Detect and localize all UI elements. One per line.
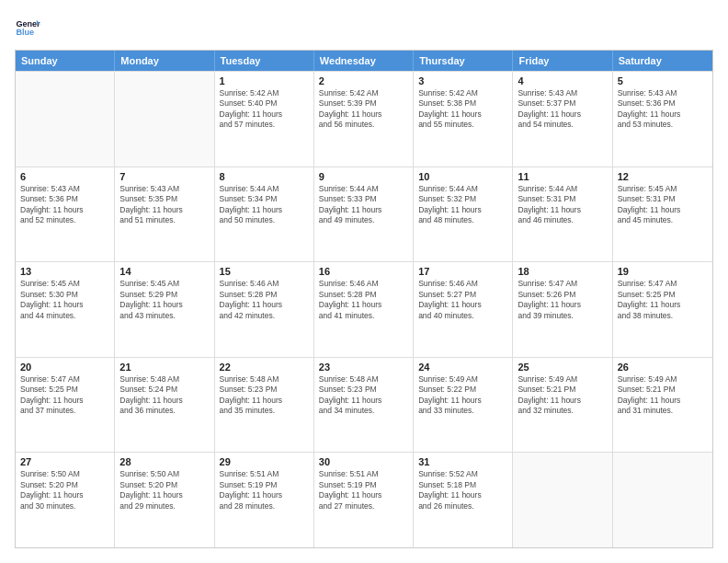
day-info: Sunrise: 5:45 AM Sunset: 5:30 PM Dayligh… (20, 279, 109, 321)
day-info: Sunrise: 5:47 AM Sunset: 5:25 PM Dayligh… (20, 374, 109, 417)
calendar-cell: 18Sunrise: 5:47 AM Sunset: 5:26 PM Dayli… (513, 262, 612, 357)
day-info: Sunrise: 5:52 AM Sunset: 5:18 PM Dayligh… (418, 469, 507, 511)
day-number: 16 (319, 266, 408, 277)
calendar-cell: 26Sunrise: 5:49 AM Sunset: 5:21 PM Dayli… (613, 358, 712, 453)
calendar-week-5: 27Sunrise: 5:50 AM Sunset: 5:20 PM Dayli… (16, 452, 712, 547)
calendar-cell: 4Sunrise: 5:43 AM Sunset: 5:37 PM Daylig… (513, 72, 612, 167)
day-number: 20 (20, 362, 109, 373)
calendar-cell: 23Sunrise: 5:48 AM Sunset: 5:23 PM Dayli… (314, 358, 414, 453)
header-day-tuesday: Tuesday (215, 51, 314, 71)
calendar-cell: 11Sunrise: 5:44 AM Sunset: 5:31 PM Dayli… (513, 167, 612, 262)
day-number: 9 (319, 171, 408, 182)
day-number: 19 (618, 266, 708, 277)
calendar-cell: 22Sunrise: 5:48 AM Sunset: 5:23 PM Dayli… (215, 358, 314, 453)
day-number: 6 (20, 171, 109, 182)
day-number: 23 (319, 362, 408, 373)
day-number: 2 (319, 75, 408, 86)
day-number: 25 (518, 362, 607, 373)
calendar-cell: 9Sunrise: 5:44 AM Sunset: 5:33 PM Daylig… (314, 167, 414, 262)
day-number: 5 (618, 75, 708, 86)
day-info: Sunrise: 5:44 AM Sunset: 5:34 PM Dayligh… (220, 184, 309, 226)
day-number: 18 (518, 266, 607, 277)
day-number: 15 (220, 266, 309, 277)
day-info: Sunrise: 5:42 AM Sunset: 5:40 PM Dayligh… (220, 88, 309, 131)
calendar-week-4: 20Sunrise: 5:47 AM Sunset: 5:25 PM Dayli… (16, 357, 712, 453)
header-day-monday: Monday (115, 51, 214, 71)
day-info: Sunrise: 5:46 AM Sunset: 5:27 PM Dayligh… (418, 279, 507, 321)
day-info: Sunrise: 5:50 AM Sunset: 5:20 PM Dayligh… (20, 469, 109, 511)
day-number: 4 (518, 75, 607, 86)
calendar-cell: 30Sunrise: 5:51 AM Sunset: 5:19 PM Dayli… (314, 453, 414, 547)
day-info: Sunrise: 5:46 AM Sunset: 5:28 PM Dayligh… (220, 279, 309, 321)
calendar-cell: 24Sunrise: 5:49 AM Sunset: 5:22 PM Dayli… (414, 358, 513, 453)
day-number: 3 (418, 75, 507, 86)
calendar-cell: 5Sunrise: 5:43 AM Sunset: 5:36 PM Daylig… (613, 72, 712, 167)
calendar-cell: 10Sunrise: 5:44 AM Sunset: 5:32 PM Dayli… (414, 167, 513, 262)
calendar-cell: 14Sunrise: 5:45 AM Sunset: 5:29 PM Dayli… (115, 262, 214, 357)
day-info: Sunrise: 5:49 AM Sunset: 5:22 PM Dayligh… (418, 374, 507, 417)
day-number: 10 (418, 171, 507, 182)
day-info: Sunrise: 5:49 AM Sunset: 5:21 PM Dayligh… (518, 374, 607, 417)
day-number: 7 (119, 171, 209, 182)
header-day-friday: Friday (513, 51, 612, 71)
calendar-cell: 3Sunrise: 5:42 AM Sunset: 5:38 PM Daylig… (414, 72, 513, 167)
day-info: Sunrise: 5:44 AM Sunset: 5:32 PM Dayligh… (418, 184, 507, 226)
calendar-week-2: 6Sunrise: 5:43 AM Sunset: 5:36 PM Daylig… (16, 167, 712, 262)
calendar-cell (115, 72, 214, 167)
day-info: Sunrise: 5:43 AM Sunset: 5:36 PM Dayligh… (20, 184, 109, 226)
calendar-cell: 19Sunrise: 5:47 AM Sunset: 5:25 PM Dayli… (613, 262, 712, 357)
logo: General Blue (15, 15, 40, 40)
calendar-cell: 13Sunrise: 5:45 AM Sunset: 5:30 PM Dayli… (16, 262, 115, 357)
calendar-cell: 8Sunrise: 5:44 AM Sunset: 5:34 PM Daylig… (215, 167, 314, 262)
day-info: Sunrise: 5:44 AM Sunset: 5:31 PM Dayligh… (518, 184, 607, 226)
day-number: 11 (518, 171, 607, 182)
logo-icon: General Blue (15, 15, 40, 40)
calendar-cell (513, 453, 612, 547)
day-number: 27 (20, 456, 109, 467)
day-info: Sunrise: 5:48 AM Sunset: 5:23 PM Dayligh… (220, 374, 309, 417)
calendar-week-3: 13Sunrise: 5:45 AM Sunset: 5:30 PM Dayli… (16, 261, 712, 357)
day-info: Sunrise: 5:46 AM Sunset: 5:28 PM Dayligh… (319, 279, 408, 321)
calendar: SundayMondayTuesdayWednesdayThursdayFrid… (15, 50, 713, 548)
day-number: 12 (618, 171, 708, 182)
calendar-cell: 15Sunrise: 5:46 AM Sunset: 5:28 PM Dayli… (215, 262, 314, 357)
day-info: Sunrise: 5:45 AM Sunset: 5:29 PM Dayligh… (119, 279, 209, 321)
calendar-cell: 6Sunrise: 5:43 AM Sunset: 5:36 PM Daylig… (16, 167, 115, 262)
day-info: Sunrise: 5:48 AM Sunset: 5:23 PM Dayligh… (319, 374, 408, 417)
svg-text:Blue: Blue (16, 28, 34, 37)
header-day-saturday: Saturday (613, 51, 712, 71)
header-day-thursday: Thursday (414, 51, 513, 71)
day-info: Sunrise: 5:45 AM Sunset: 5:31 PM Dayligh… (618, 184, 708, 226)
day-info: Sunrise: 5:51 AM Sunset: 5:19 PM Dayligh… (220, 469, 309, 511)
calendar-cell: 20Sunrise: 5:47 AM Sunset: 5:25 PM Dayli… (16, 358, 115, 453)
day-number: 17 (418, 266, 507, 277)
day-number: 24 (418, 362, 507, 373)
calendar-cell: 16Sunrise: 5:46 AM Sunset: 5:28 PM Dayli… (314, 262, 414, 357)
calendar-body: 1Sunrise: 5:42 AM Sunset: 5:40 PM Daylig… (16, 71, 712, 547)
calendar-cell: 2Sunrise: 5:42 AM Sunset: 5:39 PM Daylig… (314, 72, 414, 167)
day-info: Sunrise: 5:42 AM Sunset: 5:38 PM Dayligh… (418, 88, 507, 131)
header-day-sunday: Sunday (16, 51, 115, 71)
day-info: Sunrise: 5:43 AM Sunset: 5:36 PM Dayligh… (618, 88, 708, 131)
calendar-cell: 17Sunrise: 5:46 AM Sunset: 5:27 PM Dayli… (414, 262, 513, 357)
calendar-cell: 1Sunrise: 5:42 AM Sunset: 5:40 PM Daylig… (215, 72, 314, 167)
day-number: 30 (319, 456, 408, 467)
day-number: 14 (119, 266, 209, 277)
calendar-week-1: 1Sunrise: 5:42 AM Sunset: 5:40 PM Daylig… (16, 71, 712, 167)
calendar-cell: 25Sunrise: 5:49 AM Sunset: 5:21 PM Dayli… (513, 358, 612, 453)
day-number: 26 (618, 362, 708, 373)
calendar-header: SundayMondayTuesdayWednesdayThursdayFrid… (16, 51, 712, 71)
day-info: Sunrise: 5:42 AM Sunset: 5:39 PM Dayligh… (319, 88, 408, 131)
day-number: 29 (220, 456, 309, 467)
day-info: Sunrise: 5:48 AM Sunset: 5:24 PM Dayligh… (119, 374, 209, 417)
day-info: Sunrise: 5:47 AM Sunset: 5:26 PM Dayligh… (518, 279, 607, 321)
day-info: Sunrise: 5:50 AM Sunset: 5:20 PM Dayligh… (119, 469, 209, 511)
calendar-cell: 31Sunrise: 5:52 AM Sunset: 5:18 PM Dayli… (414, 453, 513, 547)
day-info: Sunrise: 5:44 AM Sunset: 5:33 PM Dayligh… (319, 184, 408, 226)
day-number: 28 (119, 456, 209, 467)
calendar-cell (613, 453, 712, 547)
day-number: 31 (418, 456, 507, 467)
calendar-cell: 28Sunrise: 5:50 AM Sunset: 5:20 PM Dayli… (115, 453, 214, 547)
day-info: Sunrise: 5:43 AM Sunset: 5:35 PM Dayligh… (119, 184, 209, 226)
calendar-cell: 27Sunrise: 5:50 AM Sunset: 5:20 PM Dayli… (16, 453, 115, 547)
